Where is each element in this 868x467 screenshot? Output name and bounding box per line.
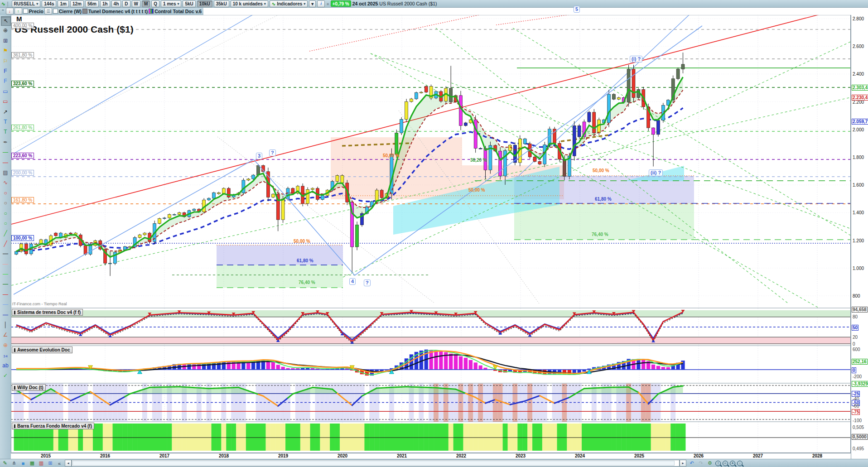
ellipse-brown-tool-icon[interactable]: ○ <box>1 199 10 207</box>
chart-scrollbar[interactable]: ◂▸ <box>65 460 686 467</box>
list-icon[interactable]: ☰ <box>44 8 52 14</box>
draw-mode-icon[interactable]: ✎ <box>1 460 9 467</box>
alert-cursor-tool-icon[interactable]: ⚑ <box>1 47 10 55</box>
angle-tool-icon[interactable]: ∠ <box>1 331 10 339</box>
zoom-out-icon[interactable]: − <box>723 461 728 466</box>
zoom-range-icon[interactable]: ↕ <box>715 461 721 466</box>
vline-tool-icon[interactable]: │ <box>1 321 10 329</box>
undo-icon[interactable]: ↶ <box>688 460 695 467</box>
indicators-select[interactable]: ∿Indicadores▾ <box>270 0 308 7</box>
unit-button-5kU[interactable]: 5kU <box>183 0 195 7</box>
ellipse-green-tool-icon[interactable]: ○ <box>1 209 10 218</box>
timeframe-button-D[interactable]: D <box>122 0 130 7</box>
chevron-down-icon: ▾ <box>264 2 266 6</box>
timeframe-button-144s[interactable]: 144s <box>42 0 56 7</box>
price-tick-label: 800 <box>853 294 860 298</box>
zoom-in-icon[interactable]: + <box>730 461 735 466</box>
year-label: 2015 <box>38 453 53 458</box>
wave-pattern-tool-icon[interactable]: ∿ <box>1 178 10 187</box>
buy-arrow-icon[interactable]: ↑ <box>14 8 22 14</box>
chart-area[interactable] <box>11 15 851 453</box>
hline-red-tool-icon[interactable]: — <box>1 290 10 299</box>
pin-tool-icon[interactable]: ✒ <box>1 138 10 147</box>
chart-window-icon[interactable]: ⊞ <box>47 460 54 467</box>
ellipse-small-tool-icon[interactable]: ○ <box>1 219 10 228</box>
fibonacci-tool-icon[interactable]: F <box>1 67 10 76</box>
alert-tool-icon[interactable]: ⚐ <box>1 57 10 66</box>
time-axis[interactable]: 2015201620172018201920202021202220232024… <box>11 453 851 459</box>
timeframe-button-M[interactable]: M <box>142 0 150 7</box>
collapse-chevron-icon[interactable]: ⌃ <box>1 9 5 14</box>
current-price-label: 2.230,4 <box>852 95 868 101</box>
indicator-tick-label: -3,9329 <box>852 381 868 387</box>
legend-toolbar: ⌃↓↑Precio☰Cierre (W)Tunel Domenec v4 (t … <box>0 8 868 15</box>
indicator-tick-label: 0,505 <box>853 425 864 430</box>
period-select[interactable]: 1 mes▾ <box>161 0 181 7</box>
segment-red-tool-icon[interactable]: — <box>1 159 10 167</box>
timeframe-button-12m[interactable]: 12m <box>70 0 84 7</box>
timeframe-button-4h[interactable]: 4h <box>111 0 121 7</box>
timeframe-button-1m[interactable]: 1m <box>58 0 68 7</box>
text-tool-icon[interactable]: T <box>1 118 10 126</box>
settings-chart-icon[interactable]: ⚙ <box>706 460 714 467</box>
zoom-tool-icon[interactable]: ⊕ <box>1 26 10 35</box>
callout-tool-icon[interactable]: T <box>1 128 10 136</box>
columns-icon[interactable]: ▥ <box>38 460 45 467</box>
info-icon[interactable]: i <box>317 0 325 7</box>
price-and-indicator-chart[interactable] <box>11 15 851 453</box>
rect-red-tool-icon[interactable]: ▭ <box>1 97 10 106</box>
indicator-tick-label: 20 <box>853 335 858 340</box>
ruler-tool-icon[interactable]: ▨ <box>1 169 10 177</box>
hline-darkgreen-tool-icon[interactable]: — <box>1 280 10 289</box>
symbol-select[interactable]: RUSSELL▾ <box>12 0 41 7</box>
hline-brightgreen-tool-icon[interactable]: — <box>1 270 10 279</box>
confirm-tool-icon[interactable]: ✓ <box>1 371 10 380</box>
zoom-area-tool-icon[interactable]: ⊞ <box>1 37 10 45</box>
indicators-expand-button[interactable]: ▾ <box>309 0 316 7</box>
price-checkbox[interactable] <box>23 9 28 14</box>
pointer-tool-icon[interactable]: ↖ <box>1 16 11 26</box>
timeframe-button-Q[interactable]: Q <box>151 0 159 7</box>
share-icon[interactable]: ⋔ <box>10 460 18 467</box>
chat-icon[interactable]: ■ <box>19 460 27 467</box>
unit-button-10kU[interactable]: 10kU <box>197 0 212 7</box>
column-width-icon[interactable]: ↓ <box>737 461 743 466</box>
unit-button-35kU[interactable]: 35kU <box>214 0 229 7</box>
redo-icon[interactable]: ↷ <box>697 460 704 467</box>
hline-darkblue-tool-icon[interactable]: — <box>1 311 10 319</box>
hline-black-tool-icon[interactable]: — <box>1 250 10 258</box>
scroll-left-arrow[interactable]: ◂ <box>65 460 72 467</box>
line-green-tool-icon[interactable]: ╱ <box>1 229 10 238</box>
close-checkbox[interactable] <box>53 9 58 14</box>
export-file-icon[interactable]: ▦ <box>29 460 36 467</box>
circle-plus-tool-icon[interactable]: ⊕ <box>1 341 10 350</box>
timeframe-button-W[interactable]: W <box>132 0 140 7</box>
timeframe-button-1h[interactable]: 1h <box>100 0 110 7</box>
rect-blue-tool-icon[interactable]: ▭ <box>1 87 10 96</box>
collapse-icon[interactable]: « <box>56 460 63 467</box>
sell-arrow-icon[interactable]: ↓ <box>6 8 14 14</box>
trend-arrow-tool-icon[interactable]: ↗ <box>1 108 10 116</box>
timeframe-button-56m[interactable]: 56m <box>85 0 99 7</box>
scrollbar-track[interactable] <box>72 460 680 467</box>
trading-workstation: ∿⡇RUSSELL▾144s1m12m56m1h4hDWMQ1 mes▾5kU1… <box>0 0 868 467</box>
price-axis[interactable]: 2.8002.6002.4002.2002.0001.8001.6001.400… <box>851 15 868 459</box>
instrument-label: US Russell 2000 Cash ($1) <box>379 1 437 6</box>
abcd-tool-icon[interactable]: ab <box>1 361 10 370</box>
indicator-tick-label: 50 <box>852 325 858 331</box>
ellipse-red-tool-icon[interactable]: ○ <box>1 189 10 197</box>
drag-grip-icon: ⡇ <box>7 1 10 6</box>
indicator-tick-label: 0,495 <box>853 446 864 451</box>
scroll-right-arrow[interactable]: ▸ <box>680 460 686 467</box>
hline-pink-tool-icon[interactable]: — <box>1 260 10 269</box>
units-select[interactable]: 10 k unidades▾ <box>231 0 268 7</box>
segment-green-tool-icon[interactable]: — <box>1 148 10 157</box>
drawing-toolbar: ↖⊕⊞⚑⚐FF▭▭↗TT✒——▨∿○○○○╱╱———————│∠⊕₃₄ab✓ <box>0 15 11 459</box>
fib-extension-tool-icon[interactable]: F <box>1 77 10 86</box>
elliott-count-tool-icon[interactable]: ₃₄ <box>1 351 10 360</box>
year-label: 2025 <box>632 453 647 458</box>
line-red-tool-icon[interactable]: ╱ <box>1 240 10 248</box>
hline-lightblue-tool-icon[interactable]: — <box>1 300 10 309</box>
price-tick-label: 2.000 <box>853 127 864 132</box>
scrollbar-thumb[interactable] <box>72 461 675 466</box>
